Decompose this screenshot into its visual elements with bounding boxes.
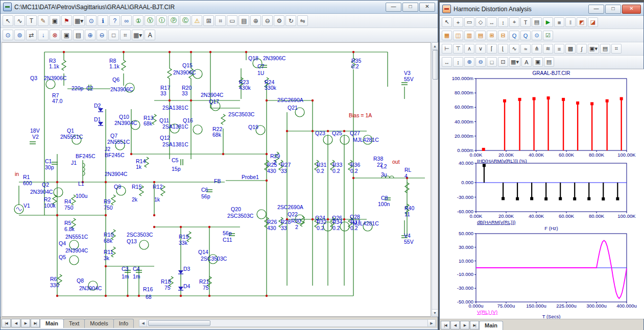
component-label[interactable]: BF245C bbox=[76, 153, 96, 159]
warning-display-icon[interactable]: ⚠ bbox=[192, 15, 202, 26]
component-label[interactable]: in bbox=[15, 171, 19, 177]
component-label[interactable]: V1 bbox=[23, 202, 30, 209]
maximize-button[interactable]: □ bbox=[402, 3, 418, 12]
info-mode-icon[interactable]: ℹ bbox=[98, 15, 108, 26]
component-label[interactable]: V3 bbox=[404, 70, 411, 76]
grid-dropdown-icon[interactable]: ▦▾ bbox=[509, 57, 520, 67]
page-last-icon[interactable]: ▶| bbox=[31, 319, 40, 327]
plot-properties-icon[interactable]: ▦ bbox=[442, 31, 452, 40]
component-label[interactable]: Q2 bbox=[42, 182, 49, 188]
envelope-icon[interactable]: ≋ bbox=[543, 44, 553, 54]
component-label[interactable]: 2 bbox=[295, 224, 298, 230]
condition-display-icon[interactable]: Ⓒ bbox=[180, 15, 190, 26]
component-label[interactable]: Q22 bbox=[288, 211, 298, 217]
resistor-symbol[interactable] bbox=[221, 114, 225, 124]
component-label[interactable]: 68k bbox=[212, 132, 222, 138]
component-label[interactable]: 75 bbox=[203, 285, 209, 291]
accumulate-icon[interactable]: ⌗ bbox=[611, 44, 622, 54]
component-label[interactable]: R38 bbox=[373, 156, 383, 162]
component-label[interactable]: D3 bbox=[183, 266, 190, 272]
component-label[interactable]: Q10 bbox=[119, 114, 129, 120]
stop-icon[interactable]: ■ bbox=[554, 17, 564, 27]
component-label[interactable]: 2SC2690A bbox=[277, 97, 303, 103]
component-label[interactable]: out bbox=[392, 159, 400, 165]
component-label[interactable]: Q8 bbox=[77, 277, 84, 284]
low-icon[interactable]: ⌊ bbox=[498, 44, 508, 54]
find-icon[interactable]: ⊙ bbox=[3, 30, 13, 40]
grid-dropdown-icon[interactable]: ▦▾ bbox=[132, 30, 144, 40]
resistor-symbol[interactable] bbox=[111, 195, 115, 205]
font-color-icon[interactable]: A bbox=[145, 30, 155, 40]
component-label[interactable]: 330 bbox=[50, 282, 59, 288]
transistor-symbol[interactable] bbox=[257, 210, 266, 219]
component-label[interactable]: L2 bbox=[381, 163, 387, 169]
auto-scale-icon[interactable]: ⊡ bbox=[498, 57, 508, 67]
analysis-plots[interactable]: GRAAL-BJT.CIR100.000m80.000m60.000m40.00… bbox=[440, 69, 644, 319]
text-color-icon[interactable]: A bbox=[521, 57, 532, 67]
component-label[interactable]: 2SC2690A bbox=[277, 204, 303, 210]
plot-box[interactable] bbox=[476, 163, 627, 212]
component-dropdown-icon[interactable]: ▦▾ bbox=[73, 15, 85, 26]
magnifier-icon[interactable]: ⊙ bbox=[532, 31, 542, 40]
component-label[interactable]: 2N3904C bbox=[105, 171, 128, 177]
clipboard-dropdown-icon[interactable]: ▣▾ bbox=[588, 44, 599, 54]
component-label[interactable]: 4 bbox=[404, 173, 408, 179]
peak-icon[interactable]: ∧ bbox=[464, 44, 474, 54]
select-mode-icon[interactable]: ↖ bbox=[3, 15, 13, 26]
link-mode-icon[interactable]: ∞ bbox=[121, 15, 132, 26]
current-display-icon[interactable]: Ⓘ bbox=[156, 15, 167, 26]
component-label[interactable]: 33 bbox=[281, 168, 287, 174]
component-label[interactable]: 2SA1381C bbox=[162, 105, 188, 111]
component-label[interactable]: 2N3904C bbox=[30, 189, 53, 195]
run-icon[interactable]: ▶ bbox=[543, 17, 553, 27]
component-label[interactable]: 2N5551C bbox=[107, 139, 130, 145]
zoom-in-icon[interactable]: ⊕ bbox=[464, 57, 474, 67]
component-label[interactable]: 33 bbox=[160, 90, 166, 96]
component-label[interactable]: C11 bbox=[223, 237, 232, 243]
component-label[interactable]: 2SC3503C bbox=[227, 213, 254, 219]
component-label[interactable]: Q9 bbox=[114, 184, 121, 190]
component-label[interactable]: 430 bbox=[267, 168, 276, 174]
component-label[interactable]: C6 bbox=[201, 187, 208, 193]
find-part-icon[interactable]: ⊙ bbox=[86, 15, 97, 26]
component-label[interactable]: C1 bbox=[45, 158, 52, 164]
component-label[interactable]: 430 bbox=[267, 225, 276, 231]
pause-icon[interactable]: ‖ bbox=[565, 17, 576, 27]
component-label[interactable]: J2 bbox=[105, 146, 110, 152]
component-label[interactable]: C3 bbox=[122, 266, 129, 272]
repeat-find-icon[interactable]: ⊚ bbox=[14, 30, 25, 40]
component-label[interactable]: R2 bbox=[44, 196, 51, 202]
component-label[interactable]: Q21 bbox=[288, 105, 298, 111]
resistor-symbol[interactable] bbox=[122, 60, 126, 70]
split-plots-icon[interactable]: ⊟ bbox=[498, 31, 508, 40]
component-label[interactable]: R16 bbox=[143, 286, 153, 292]
environment-checklist-icon[interactable]: ☑ bbox=[543, 31, 553, 40]
component-label[interactable]: 2N3906C bbox=[44, 75, 67, 81]
component-label[interactable]: 1U bbox=[257, 70, 264, 76]
component-label[interactable]: 68k bbox=[144, 120, 153, 126]
go-to-branch-icon[interactable]: ⋔ bbox=[532, 44, 542, 54]
vertical-tag-icon[interactable]: ↕ bbox=[498, 17, 508, 27]
component-label[interactable]: R33 bbox=[332, 162, 342, 168]
resistor-symbol[interactable] bbox=[71, 195, 76, 205]
numeric-output-icon[interactable]: ▥ bbox=[464, 31, 474, 40]
query-1-icon[interactable]: Q bbox=[509, 31, 519, 40]
page-next-icon[interactable]: ▶ bbox=[21, 319, 30, 327]
component-label[interactable]: C2 bbox=[86, 85, 93, 91]
component-label[interactable]: 0.2 bbox=[332, 168, 340, 174]
fft-window-icon[interactable]: ◩ bbox=[577, 17, 587, 27]
component-label[interactable]: Q16 bbox=[183, 117, 193, 123]
component-label[interactable]: 2N3906C bbox=[263, 55, 286, 61]
flag-mode-icon[interactable]: ⚑ bbox=[61, 15, 72, 26]
component-label[interactable]: 0.2 bbox=[351, 63, 359, 69]
component-label[interactable]: R15 bbox=[132, 184, 141, 190]
smoothing-icon[interactable]: ∫ bbox=[577, 44, 587, 54]
component-label[interactable]: 75 bbox=[164, 285, 171, 291]
waveform-list-icon[interactable]: ▤ bbox=[475, 31, 486, 40]
component-label[interactable]: R6 bbox=[50, 276, 57, 282]
page-first-icon[interactable]: |◀ bbox=[441, 321, 450, 329]
component-label[interactable]: 56p bbox=[223, 230, 232, 236]
component-label[interactable]: Q6 bbox=[112, 77, 120, 83]
graphics-mode-icon[interactable]: ✎ bbox=[38, 15, 49, 26]
component-label[interactable]: 1m bbox=[122, 273, 129, 280]
